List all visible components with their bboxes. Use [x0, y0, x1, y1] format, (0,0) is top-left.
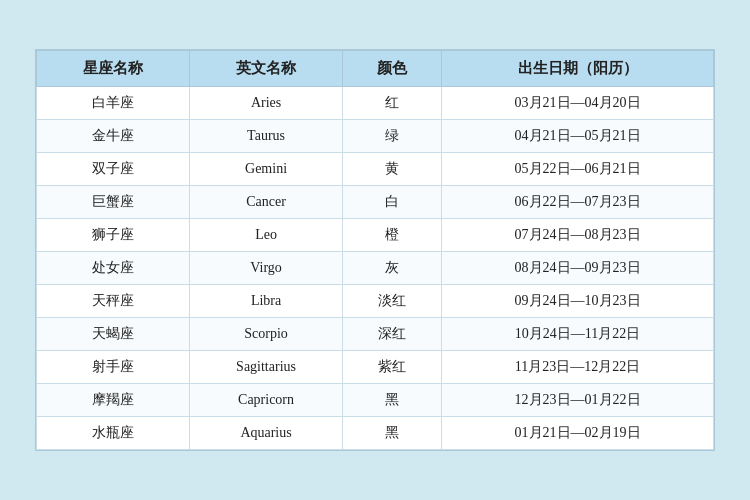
cell-dates: 04月21日—05月21日: [442, 120, 714, 153]
header-dates: 出生日期（阳历）: [442, 51, 714, 87]
cell-dates: 03月21日—04月20日: [442, 87, 714, 120]
cell-color: 橙: [343, 219, 442, 252]
table-row: 金牛座Taurus绿04月21日—05月21日: [37, 120, 714, 153]
table-row: 射手座Sagittarius紫红11月23日—12月22日: [37, 351, 714, 384]
cell-chinese-name: 白羊座: [37, 87, 190, 120]
zodiac-table-container: 星座名称 英文名称 颜色 出生日期（阳历） 白羊座Aries红03月21日—04…: [35, 49, 715, 451]
cell-color: 淡红: [343, 285, 442, 318]
table-row: 巨蟹座Cancer白06月22日—07月23日: [37, 186, 714, 219]
table-row: 摩羯座Capricorn黑12月23日—01月22日: [37, 384, 714, 417]
cell-dates: 07月24日—08月23日: [442, 219, 714, 252]
cell-chinese-name: 双子座: [37, 153, 190, 186]
table-header-row: 星座名称 英文名称 颜色 出生日期（阳历）: [37, 51, 714, 87]
cell-color: 深红: [343, 318, 442, 351]
table-row: 天蝎座Scorpio深红10月24日—11月22日: [37, 318, 714, 351]
cell-chinese-name: 处女座: [37, 252, 190, 285]
cell-chinese-name: 天秤座: [37, 285, 190, 318]
cell-chinese-name: 巨蟹座: [37, 186, 190, 219]
cell-dates: 10月24日—11月22日: [442, 318, 714, 351]
cell-dates: 08月24日—09月23日: [442, 252, 714, 285]
cell-color: 灰: [343, 252, 442, 285]
cell-color: 黑: [343, 417, 442, 450]
cell-english-name: Aries: [190, 87, 343, 120]
cell-dates: 09月24日—10月23日: [442, 285, 714, 318]
cell-color: 红: [343, 87, 442, 120]
cell-english-name: Sagittarius: [190, 351, 343, 384]
header-color: 颜色: [343, 51, 442, 87]
table-body: 白羊座Aries红03月21日—04月20日金牛座Taurus绿04月21日—0…: [37, 87, 714, 450]
cell-english-name: Cancer: [190, 186, 343, 219]
table-row: 双子座Gemini黄05月22日—06月21日: [37, 153, 714, 186]
cell-color: 紫红: [343, 351, 442, 384]
cell-english-name: Taurus: [190, 120, 343, 153]
cell-color: 黑: [343, 384, 442, 417]
cell-dates: 06月22日—07月23日: [442, 186, 714, 219]
cell-color: 绿: [343, 120, 442, 153]
cell-dates: 11月23日—12月22日: [442, 351, 714, 384]
cell-chinese-name: 射手座: [37, 351, 190, 384]
cell-english-name: Libra: [190, 285, 343, 318]
cell-english-name: Gemini: [190, 153, 343, 186]
zodiac-table: 星座名称 英文名称 颜色 出生日期（阳历） 白羊座Aries红03月21日—04…: [36, 50, 714, 450]
cell-english-name: Capricorn: [190, 384, 343, 417]
cell-chinese-name: 金牛座: [37, 120, 190, 153]
cell-dates: 05月22日—06月21日: [442, 153, 714, 186]
table-row: 处女座Virgo灰08月24日—09月23日: [37, 252, 714, 285]
cell-chinese-name: 天蝎座: [37, 318, 190, 351]
cell-color: 黄: [343, 153, 442, 186]
table-row: 天秤座Libra淡红09月24日—10月23日: [37, 285, 714, 318]
table-row: 白羊座Aries红03月21日—04月20日: [37, 87, 714, 120]
cell-english-name: Leo: [190, 219, 343, 252]
cell-english-name: Aquarius: [190, 417, 343, 450]
cell-english-name: Scorpio: [190, 318, 343, 351]
header-chinese-name: 星座名称: [37, 51, 190, 87]
cell-chinese-name: 狮子座: [37, 219, 190, 252]
cell-english-name: Virgo: [190, 252, 343, 285]
cell-chinese-name: 摩羯座: [37, 384, 190, 417]
table-row: 水瓶座Aquarius黑01月21日—02月19日: [37, 417, 714, 450]
cell-dates: 01月21日—02月19日: [442, 417, 714, 450]
table-row: 狮子座Leo橙07月24日—08月23日: [37, 219, 714, 252]
header-english-name: 英文名称: [190, 51, 343, 87]
cell-color: 白: [343, 186, 442, 219]
cell-dates: 12月23日—01月22日: [442, 384, 714, 417]
cell-chinese-name: 水瓶座: [37, 417, 190, 450]
